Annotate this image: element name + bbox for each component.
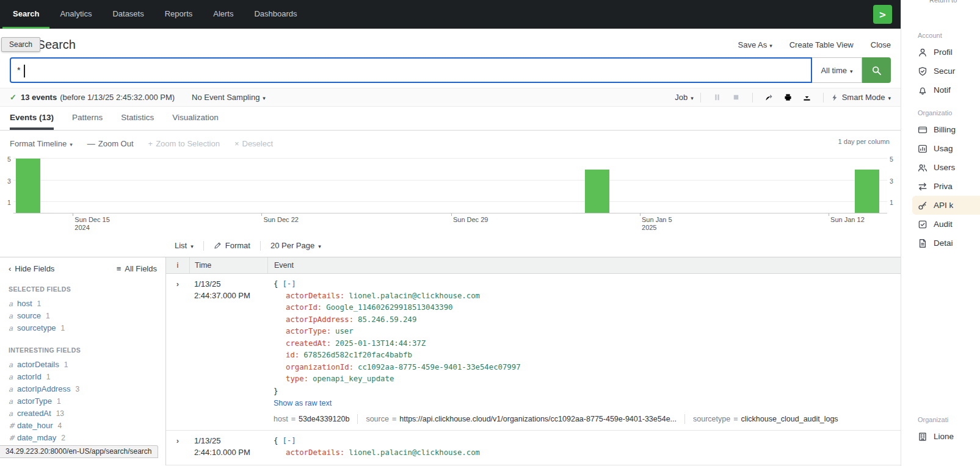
menu-item-notifications[interactable]: Notif bbox=[918, 81, 980, 99]
create-table-view-button[interactable]: Create Table View bbox=[789, 40, 854, 49]
lightning-bolt-icon bbox=[830, 93, 839, 102]
export-icon[interactable] bbox=[802, 93, 811, 102]
nav-item-analytics[interactable]: Analytics bbox=[49, 0, 102, 29]
expand-event-icon[interactable]: › bbox=[176, 279, 179, 289]
menu-item-users[interactable]: Users bbox=[918, 158, 980, 177]
zoom-to-selection-button[interactable]: +Zoom to Selection bbox=[148, 139, 220, 148]
search-mode-label: Smart Mode bbox=[842, 93, 885, 102]
collapse-json-link[interactable]: [-] bbox=[282, 279, 296, 288]
field-createdAt[interactable]: acreatedAt13 bbox=[9, 407, 157, 420]
menu-item-private[interactable]: Priva bbox=[918, 177, 980, 196]
job-menu[interactable]: Job bbox=[675, 93, 694, 102]
tab-events[interactable]: Events (13) bbox=[10, 107, 54, 130]
collapse-json-link[interactable]: [-] bbox=[282, 436, 296, 445]
search-button[interactable] bbox=[862, 57, 891, 83]
hide-fields-button[interactable]: ‹Hide Fields bbox=[9, 264, 54, 273]
time-range-picker[interactable]: All time bbox=[812, 57, 862, 83]
field-sourcetype[interactable]: asourcetype1 bbox=[9, 322, 157, 334]
splunk-logo[interactable]: > bbox=[873, 5, 892, 24]
format-timeline-dropdown[interactable]: Format Timeline bbox=[10, 139, 73, 148]
results-tabs: Events (13) Patterns Statistics Visualiz… bbox=[0, 107, 901, 131]
nav-item-reports[interactable]: Reports bbox=[154, 0, 203, 29]
all-fields-button[interactable]: ≡All Fields bbox=[117, 264, 157, 273]
close-button[interactable]: Close bbox=[871, 40, 891, 49]
timeline-bar[interactable] bbox=[855, 170, 879, 213]
divider bbox=[684, 414, 685, 424]
account-side-panel: Return to Account Profil Secur Notif Org… bbox=[901, 0, 980, 466]
field-date_mday[interactable]: #date_mday2 bbox=[9, 432, 157, 444]
menu-item-api-keys[interactable]: API k bbox=[912, 196, 980, 215]
logo-glyph: > bbox=[879, 8, 886, 21]
expand-event-icon[interactable]: › bbox=[176, 436, 179, 445]
y-axis-label: 1 bbox=[6, 199, 12, 206]
field-actorId[interactable]: aactorId1 bbox=[9, 371, 157, 383]
gridline bbox=[13, 158, 887, 159]
print-icon[interactable] bbox=[783, 93, 793, 102]
field-host[interactable]: ahost1 bbox=[9, 298, 157, 310]
share-icon[interactable] bbox=[764, 93, 774, 102]
menu-item-security[interactable]: Secur bbox=[918, 62, 980, 81]
caret-down-icon bbox=[318, 241, 321, 250]
stop-job-icon[interactable] bbox=[731, 93, 741, 102]
show-raw-text-link[interactable]: Show as raw text bbox=[274, 399, 332, 407]
deselect-button[interactable]: ×Deselect bbox=[234, 139, 273, 148]
x-axis-tick bbox=[451, 213, 452, 216]
meta-host[interactable]: host=53de4339120b bbox=[274, 415, 349, 423]
search-input[interactable] bbox=[11, 59, 811, 82]
shield-icon bbox=[918, 66, 927, 76]
column-header-time[interactable]: Time bbox=[189, 257, 267, 273]
format-results-button[interactable]: Format bbox=[214, 241, 250, 250]
search-mode-selector[interactable]: Smart Mode bbox=[830, 93, 891, 102]
timeline-scale-note: 1 day per column bbox=[838, 138, 890, 145]
interesting-fields-title: INTERESTING FIELDS bbox=[9, 346, 157, 354]
per-page-dropdown[interactable]: 20 Per Page bbox=[270, 241, 321, 250]
gridline bbox=[13, 201, 887, 202]
nav-item-dashboards[interactable]: Dashboards bbox=[244, 0, 307, 29]
plus-icon: + bbox=[148, 139, 153, 148]
search-icon bbox=[871, 65, 882, 76]
y-axis-label: 5 bbox=[888, 156, 895, 163]
return-to-link[interactable]: Return to bbox=[929, 0, 957, 4]
view-mode-dropdown[interactable]: List bbox=[175, 241, 194, 250]
menu-item-organization-name[interactable]: Lione bbox=[918, 427, 980, 446]
section-title-organization-switcher: Organizati bbox=[918, 416, 980, 423]
divider bbox=[700, 93, 701, 102]
field-source[interactable]: asource1 bbox=[9, 310, 157, 322]
save-as-button[interactable]: Save As bbox=[738, 40, 772, 49]
divider bbox=[260, 241, 261, 251]
x-axis-label: Sun Jan 52025 bbox=[642, 216, 672, 232]
tab-visualization[interactable]: Visualization bbox=[172, 107, 219, 130]
event-time: 1/13/25 2:44:10.000 PM bbox=[189, 435, 267, 459]
time-range-label: All time bbox=[821, 66, 847, 75]
y-axis-label: 5 bbox=[6, 156, 12, 163]
zoom-out-button[interactable]: —Zoom Out bbox=[87, 139, 134, 148]
event-sampling-dropdown[interactable]: No Event Sampling bbox=[192, 93, 266, 102]
nav-item-alerts[interactable]: Alerts bbox=[203, 0, 244, 29]
menu-item-usage[interactable]: Usag bbox=[918, 139, 980, 158]
minus-icon: — bbox=[87, 139, 95, 148]
nav-item-search[interactable]: Search bbox=[2, 0, 49, 29]
column-header-info: i bbox=[166, 261, 189, 270]
timeline-controls: Format Timeline —Zoom Out +Zoom to Selec… bbox=[6, 137, 895, 150]
nav-item-datasets[interactable]: Datasets bbox=[102, 0, 154, 29]
timeline-section: Format Timeline —Zoom Out +Zoom to Selec… bbox=[0, 131, 901, 232]
gridline bbox=[13, 180, 887, 181]
meta-source[interactable]: source=https://api.clickhouse.cloud/v1/o… bbox=[366, 415, 677, 423]
pause-job-icon[interactable] bbox=[713, 93, 722, 102]
field-actorIpAddress[interactable]: aactorIpAddress3 bbox=[9, 383, 157, 395]
caret-down-icon bbox=[888, 93, 891, 102]
timeline-bar[interactable] bbox=[16, 159, 40, 213]
field-actorType[interactable]: aactorType1 bbox=[9, 395, 157, 407]
tab-statistics[interactable]: Statistics bbox=[121, 107, 154, 130]
menu-item-profile[interactable]: Profil bbox=[918, 43, 980, 62]
menu-item-audit[interactable]: Audit bbox=[918, 215, 980, 234]
page-header: New Search Save As Create Table View Clo… bbox=[0, 29, 901, 57]
caret-down-icon bbox=[263, 93, 266, 102]
meta-sourcetype[interactable]: sourcetype=clickhouse_cloud_audit_logs bbox=[693, 415, 838, 423]
timeline-bar[interactable] bbox=[585, 170, 609, 213]
tab-patterns[interactable]: Patterns bbox=[72, 107, 103, 130]
field-actorDetails[interactable]: aactorDetails1 bbox=[9, 359, 157, 371]
menu-item-billing[interactable]: Billing bbox=[918, 120, 980, 139]
field-date_hour[interactable]: #date_hour4 bbox=[9, 420, 157, 432]
menu-item-details[interactable]: Detai bbox=[918, 234, 980, 253]
